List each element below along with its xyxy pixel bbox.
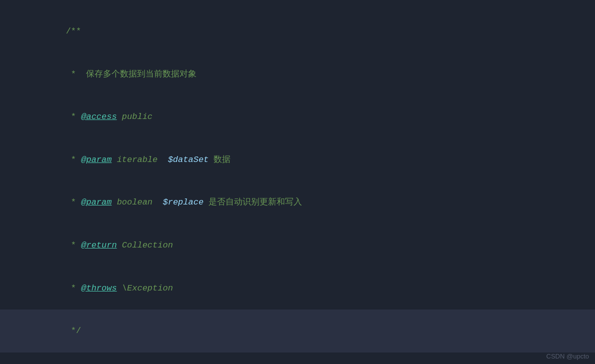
code-line-9: public function saveAll(iterable $dataSe…: [0, 352, 595, 364]
comment-param1-value: iterable: [112, 155, 168, 164]
watermark: CSDN @upcto: [546, 352, 589, 360]
code-line-7: * @throws \Exception: [0, 266, 595, 310]
comment-close: */: [66, 326, 82, 336]
code-line-2: * 保存多个数据到当前数据对象: [0, 53, 595, 96]
param2-desc: 是否自动识别更新和写入: [204, 198, 302, 207]
code-editor: /** * 保存多个数据到当前数据对象 * @access public * @…: [0, 0, 595, 364]
tag-return: @return: [81, 240, 116, 250]
comment-throws-star: *: [66, 284, 82, 293]
comment-access-value: public: [117, 112, 152, 122]
code-line-3: * @access public: [0, 96, 595, 138]
comment-return-star: *: [66, 240, 82, 250]
comment-chinese-line: * 保存多个数据到当前数据对象: [66, 70, 197, 79]
comment-param1-star: *: [66, 155, 82, 164]
code-line-8: */: [0, 310, 595, 352]
comment-throws-value: \Exception: [117, 284, 173, 293]
comment-param2-value: boolean: [112, 198, 162, 207]
code-line-5: * @param boolean $replace 是否自动识别更新和写入: [0, 181, 595, 224]
param1-desc: 数据: [208, 155, 230, 164]
comment-access-star: *: [66, 112, 82, 122]
param2-var: $replace: [162, 198, 204, 207]
tag-param1: @param: [81, 155, 112, 164]
code-line-4: * @param iterable $dataSet 数据: [0, 138, 595, 182]
code-area: /** * 保存多个数据到当前数据对象 * @access public * @…: [0, 0, 595, 364]
tag-throws: @throws: [81, 284, 116, 293]
comment-open: /**: [66, 26, 82, 36]
param1-var: $dataSet: [168, 155, 209, 164]
tag-param2: @param: [81, 198, 112, 207]
code-line-1: /**: [0, 10, 595, 53]
code-line-6: * @return Collection: [0, 224, 595, 267]
comment-return-value: Collection: [117, 240, 173, 250]
comment-param2-star: *: [66, 198, 82, 207]
tag-access: @access: [81, 112, 116, 122]
